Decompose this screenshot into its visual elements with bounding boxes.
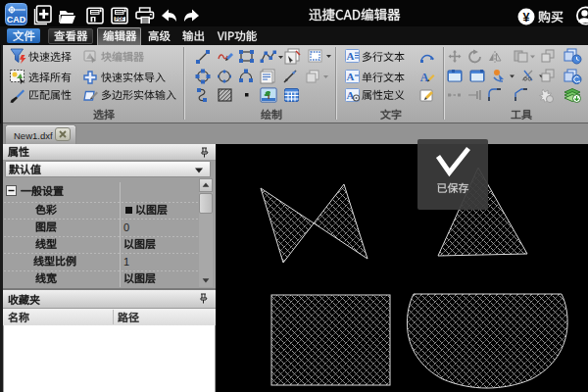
svg-text:CAD: CAD	[7, 15, 26, 24]
svg-text:A: A	[420, 71, 429, 84]
svg-text:A: A	[347, 50, 355, 62]
svg-text:¥: ¥	[523, 11, 530, 24]
svg-text:A: A	[347, 71, 355, 82]
svg-text:PDF: PDF	[116, 17, 124, 22]
